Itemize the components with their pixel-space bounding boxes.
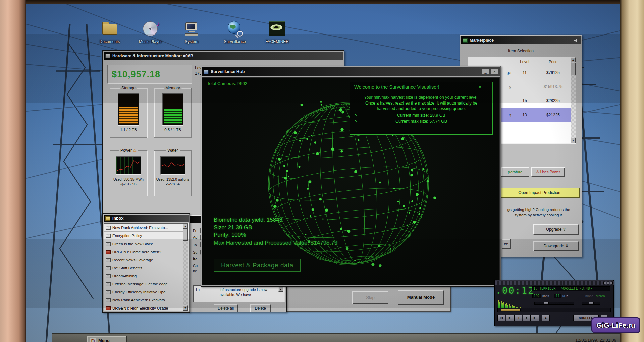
text-fragment: Th	[195, 287, 200, 291]
envelope-icon	[106, 234, 111, 238]
column-level: Level	[515, 57, 534, 66]
player-close-button[interactable]	[610, 282, 613, 284]
minimize-icon[interactable]: _	[482, 69, 489, 75]
skip-button[interactable]: Skip	[352, 291, 388, 304]
mail-item[interactable]: Energy Efficiency Initiative Upd...	[104, 288, 183, 296]
welcome-dialog: Welcome to the Surveillance Visualiser! …	[350, 82, 493, 135]
mail-item[interactable]: New Rank Achieved: Excavato...	[104, 224, 183, 232]
temperature-button-fragment[interactable]: perature	[501, 167, 529, 177]
samplerate-value: 44	[554, 294, 561, 298]
water-chart	[160, 156, 185, 175]
mail-list: New Rank Achieved: Excavato... Encryptio…	[104, 223, 189, 311]
eject-button[interactable]: ▲	[542, 315, 550, 321]
harvest-purity: Purity: 100%	[214, 231, 337, 239]
track-title: 1. TEKRIDER - WORKLIFE <3:48>	[532, 286, 610, 291]
mail-item[interactable]: Recent News Coverage	[104, 256, 183, 264]
envelope-icon	[106, 242, 111, 246]
cooling-description: gs getting high? Cooling reduces the sys…	[498, 207, 580, 218]
surveillance-viewport: Total Cameras: 9602 Welcome to the Surve…	[202, 77, 500, 285]
scroll-up-icon[interactable]: ▲	[571, 57, 576, 62]
player-minimize-button[interactable]	[603, 282, 606, 284]
scrollbar[interactable]: ▲ ▼	[571, 57, 576, 143]
uses-power-button[interactable]: ⚠ Uses Power	[531, 167, 565, 177]
inbox-window: Inbox New Rank Achieved: Excavato... Enc…	[102, 213, 190, 313]
scroll-down-icon[interactable]: ▼	[571, 138, 576, 143]
field-label-fragment: Ad	[193, 235, 197, 240]
memory-gauge	[162, 93, 183, 126]
downgrade-button[interactable]: Downgrade ⇩	[533, 241, 579, 251]
mail-item[interactable]: Re: Staff Benefits	[104, 264, 183, 272]
biometric-yield: Biometric data yield: 15843	[214, 216, 337, 224]
next-button[interactable]: ▶|	[531, 315, 539, 321]
stop-button[interactable]: ■	[523, 315, 531, 321]
desktop-icon-music-player[interactable]: ♪ Music Player	[134, 20, 166, 44]
max-size-row: >Current max size: 57.74 GB	[350, 119, 492, 124]
envelope-icon	[106, 258, 111, 262]
envelope-icon	[106, 266, 111, 270]
desktop-icon-surveillance[interactable]: Surveillance	[219, 20, 251, 44]
dialog-close-icon[interactable]: ×	[470, 84, 490, 90]
water-panel: Water Used: 1352.0 gallons -$278.54	[154, 150, 192, 196]
play-button[interactable]: ▶	[506, 315, 514, 321]
mail-item[interactable]: Encryption Policy	[104, 232, 183, 240]
samplerate-unit: kHz	[562, 294, 568, 298]
inbox-titlebar[interactable]: Inbox	[104, 215, 189, 222]
scroll-down-icon[interactable]: ▼	[183, 305, 188, 311]
delete-all-button[interactable]: Delete all	[214, 304, 238, 312]
music-note-icon: ♪	[156, 20, 160, 28]
marketplace-titlebar[interactable]: Marketplace	[461, 36, 581, 44]
delete-button[interactable]: Delete	[250, 304, 271, 312]
mail-item[interactable]: Green is the New Black	[104, 240, 183, 248]
storage-panel: Storage 1.1 / 2 TB	[110, 88, 147, 138]
prev-button[interactable]: |◀	[497, 315, 505, 321]
harvest-value: Max Harvested and Processed Value: $1479…	[214, 239, 337, 247]
surveillance-window-icon	[204, 70, 209, 74]
track-time: 00:12	[502, 285, 534, 296]
player-shade-button[interactable]	[607, 282, 609, 284]
storage-value: 1.1 / 2 TB	[110, 128, 147, 132]
envelope-icon-urgent	[106, 306, 111, 310]
water-used: Used: 1352.0 gallons	[154, 177, 191, 182]
manual-mode-button[interactable]: Manual Mode	[398, 290, 444, 305]
text-fragment: Co	[193, 264, 198, 268]
pause-button[interactable]: ||	[514, 315, 522, 321]
mail-item[interactable]: New Rank Achieved: Excavato...	[104, 296, 183, 304]
field-label-fragment: To	[193, 243, 197, 247]
mail-item-urgent[interactable]: URGENT: High Electricity Usage	[104, 304, 183, 311]
storage-gauge	[118, 93, 139, 126]
scrollbar[interactable]: ▲ ▼	[183, 224, 188, 311]
desktop: Documents ♪ Music Player System Surveill…	[26, 4, 620, 342]
upgrade-button[interactable]: Upgrade ⇧	[533, 224, 579, 235]
desktop-icon-system[interactable]: System	[175, 20, 208, 44]
scroll-up-icon[interactable]: ▲	[183, 224, 188, 229]
harvest-package-button[interactable]: Harvest & Package data	[214, 259, 301, 272]
surveillance-titlebar[interactable]: Surveillance Hub _ ×	[202, 67, 500, 76]
globe-magnifier-icon	[226, 20, 244, 38]
monitor-bezel-top	[0, 0, 644, 4]
close-icon[interactable]: ×	[491, 69, 498, 75]
envelope-icon	[106, 298, 111, 302]
mail-item[interactable]: Dream-mining	[104, 272, 183, 280]
text-fragment: Ex	[193, 256, 197, 260]
speaker-icon[interactable]	[574, 38, 579, 42]
dropdown-icon[interactable]: ▼	[278, 287, 283, 292]
enhance-button-fragment[interactable]: ce	[502, 239, 511, 249]
seek-bar[interactable]	[497, 308, 611, 312]
menu-button[interactable]: m Menu	[87, 336, 127, 342]
volume-slider[interactable]	[534, 302, 574, 305]
power-panel: Power ⚠ Used: 380.35 MWh -$2312.96	[110, 150, 147, 196]
play-state-icon: ▶	[498, 291, 500, 294]
mail-item[interactable]: External Message: Get the edge...	[104, 280, 183, 288]
scroll-thumb[interactable]	[571, 63, 576, 75]
player-titlebar[interactable]	[495, 281, 614, 285]
mail-item-urgent[interactable]: URGENT: Come here often?	[104, 248, 183, 256]
scroll-thumb[interactable]	[183, 229, 188, 241]
seek-thumb[interactable]	[501, 309, 521, 311]
window-title: Inbox	[112, 216, 123, 221]
open-impact-prediction-button[interactable]: Open Impact Prediction	[499, 188, 580, 198]
balance-slider[interactable]	[582, 302, 600, 305]
icon-label: System	[175, 39, 208, 44]
desktop-icon-documents[interactable]: Documents	[94, 20, 126, 44]
desktop-icon-faceminer[interactable]: FACEMINER	[261, 20, 293, 44]
hardware-titlebar[interactable]: Hardware & Infrastructure Monitor: #06B	[104, 52, 343, 60]
